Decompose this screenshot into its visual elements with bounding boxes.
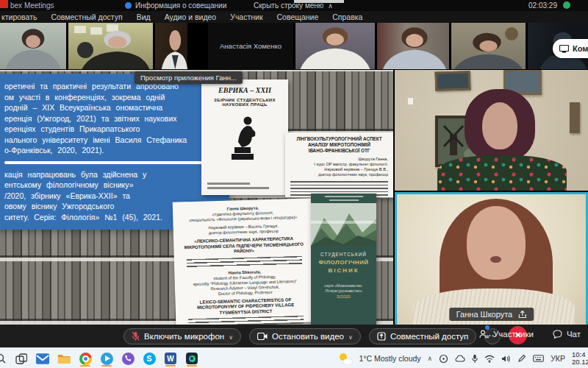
cover-title-line3: ВІСНИК — [311, 267, 376, 274]
thinker-illustration-icon — [229, 114, 261, 161]
light-switch — [408, 98, 413, 105]
taskbar-search-icon[interactable] — [0, 350, 7, 367]
menu-help[interactable]: Справка — [332, 13, 362, 21]
video-thumbnail[interactable] — [377, 23, 449, 69]
active-speaker-name: Ганна Шкорута — [456, 310, 512, 319]
taskbar-webex-icon[interactable] — [185, 350, 198, 367]
connection-status-icon — [563, 1, 570, 9]
menu-edit[interactable]: ктировать — [1, 13, 37, 21]
info-icon — [125, 2, 132, 9]
taskbar-word-icon[interactable] — [164, 350, 177, 367]
share-content-icon — [377, 332, 386, 341]
running-indicator — [165, 365, 176, 367]
cover-title-line1: СТУДЕНТСЬКИЙ — [311, 252, 376, 257]
running-indicator — [101, 365, 112, 367]
article-adviser: Науковий керівник – Грещук В.В., — [290, 167, 388, 172]
weather-icon[interactable] — [340, 353, 352, 364]
mic-options-chevron-icon[interactable] — [229, 332, 233, 341]
stop-video-label: Остановить видео — [272, 332, 344, 341]
video-thumbnail[interactable] — [0, 23, 66, 69]
tray-mic-icon[interactable] — [472, 354, 478, 364]
abstract-page: Ганна Шкорута, студентка факультету філо… — [173, 198, 317, 325]
unmute-mic-label: Включить микрофон — [144, 332, 224, 341]
abstract-title-ua: «ЛЕКСИКО-СЕМАНТИЧНА ХАРАКТЕРИСТИКА МІКРО… — [183, 236, 305, 256]
tray-wifi-icon[interactable] — [484, 355, 495, 363]
chat-icon — [553, 330, 562, 339]
participant-silhouette — [377, 23, 449, 69]
clock-date: 20.12.2 — [572, 358, 588, 367]
video-thumbnail-name-only[interactable]: Анастасія Хоменко — [208, 23, 293, 69]
shared-screen-content: оретичні та практичні результати апробов… — [0, 70, 393, 325]
participant-floral-top — [437, 155, 567, 191]
video-feed-active-speaker[interactable]: Ганна Шкорута — [395, 192, 588, 328]
menu-participant[interactable]: Участник — [230, 13, 262, 21]
weather-label[interactable]: 1°C Mostly cloudy — [359, 354, 420, 363]
menu-share[interactable]: Совместный доступ — [51, 13, 122, 21]
taskbar-clock[interactable]: 10:4 20.12.2 — [572, 351, 588, 367]
window-drag-notch[interactable] — [294, 0, 344, 3]
unmute-mic-button[interactable]: Включить микрофон — [123, 328, 241, 344]
participants-label: Участники — [493, 330, 534, 339]
running-indicator — [187, 365, 197, 367]
shared-computer-pill[interactable]: Комп — [553, 39, 588, 58]
meeting-info-label: Информация о совещании — [135, 1, 226, 10]
language-indicator[interactable]: УКР — [551, 354, 565, 363]
tray-status-icon[interactable] — [439, 354, 448, 364]
cover-series-line2: Літературознавство» — [311, 289, 376, 294]
menu-bar: ктировать Совместный доступ Вид Аудио и … — [0, 11, 588, 23]
meeting-timer: 02:03:29 — [528, 1, 557, 10]
video-options-chevron-icon[interactable] — [348, 332, 353, 341]
evrika-collection-cover: ЕВРИКА – XXII ЗБІРНИК СТУДЕНТСЬКИХ НАУКО… — [201, 79, 288, 195]
taskbar-skype-icon[interactable] — [143, 350, 156, 367]
evrika-title: ЕВРИКА – XXII — [207, 86, 283, 94]
article-adviser-degree: доктор філологічних наук, професор — [290, 172, 388, 177]
windows-taskbar: 1°C Mostly cloudy ∧ — [0, 347, 588, 368]
monitor-icon — [559, 45, 569, 53]
chat-button[interactable]: Чат — [553, 330, 581, 339]
taskbar-chrome-icon[interactable] — [79, 350, 92, 367]
menu-meeting[interactable]: Совещание — [277, 13, 319, 21]
share-screen-icon — [518, 311, 526, 319]
menu-audio-video[interactable]: Аудио и видео — [165, 13, 217, 21]
video-feed-professor[interactable] — [395, 70, 588, 191]
participant-name-label: Анастасія Хоменко — [220, 42, 282, 50]
stop-video-button[interactable]: Остановить видео — [249, 328, 361, 344]
shared-computer-label: Комп — [573, 44, 588, 53]
tray-expand-chevron-icon[interactable]: ∧ — [428, 355, 433, 362]
article-first-page: ЛІНГВОКУЛЬТУРОЛОГІЧНИЙ АСПЕКТ АНАЛІЗУ МІ… — [285, 132, 393, 197]
wall-decor — [570, 102, 580, 133]
menu-view[interactable]: Вид — [137, 13, 151, 21]
video-thumbnail[interactable] — [451, 23, 526, 69]
share-content-button[interactable]: Совместный доступ — [369, 328, 476, 344]
viewing-app-tooltip: Просмотр приложения Ганн... — [135, 71, 243, 84]
tray-speaker-icon[interactable] — [501, 355, 511, 363]
recording-indicator — [0, 0, 8, 8]
tray-keyboard-icon[interactable] — [533, 355, 544, 362]
taskbar-mail-icon[interactable] — [36, 350, 49, 367]
share-content-label: Совместный доступ — [390, 332, 468, 341]
journal-cover: СТУДЕНТСЬКИЙ ФІЛОЛОГІЧНИЙ ВІСНИК серія «… — [311, 194, 376, 325]
tray-cloud-icon[interactable] — [455, 355, 465, 362]
slide-line: родній – XIX Всеукраїнська ономастична — [4, 102, 222, 113]
camera-icon — [257, 333, 268, 340]
active-speaker-name-tag: Ганна Шкорута — [449, 308, 534, 321]
chat-label: Чат — [567, 330, 581, 339]
participant-silhouette — [295, 23, 375, 69]
video-thumbnail[interactable] — [155, 23, 187, 69]
tray-pen-icon[interactable] — [517, 354, 526, 363]
taskbar-telegram-icon[interactable] — [100, 350, 113, 367]
video-thumbnail[interactable] — [295, 23, 375, 69]
video-thumbnail[interactable] — [68, 23, 153, 69]
taskbar-viber-icon[interactable] — [121, 350, 135, 367]
article-author-degree: І курс ОР магістр, факультет філології. — [290, 162, 388, 167]
slide-divider — [4, 161, 203, 164]
slide-line: кація напрацювань була здійснена у — [4, 169, 222, 180]
slide-line: /2020, збірнику «Еврика-XXII» та — [4, 191, 222, 202]
participants-icon — [479, 330, 489, 339]
meeting-control-bar: Включить микрофон Остановить видео Совме… — [0, 325, 588, 347]
taskbar-task-view-icon[interactable] — [15, 350, 28, 367]
meeting-info-button[interactable]: Информация о совещании — [125, 1, 226, 10]
participants-button[interactable]: Участники — [479, 330, 534, 339]
article-author: Шкорута Ганна, — [290, 157, 388, 162]
taskbar-file-explorer-icon[interactable] — [57, 350, 71, 367]
